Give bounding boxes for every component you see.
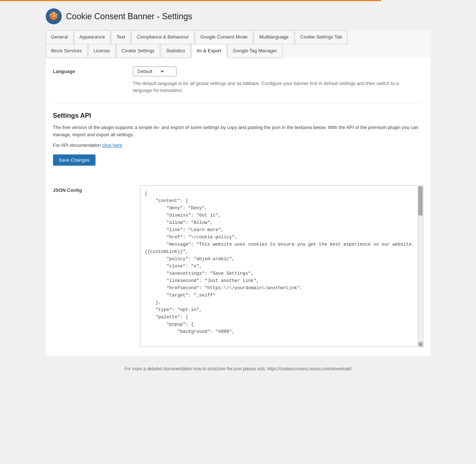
- settings-api-description: The free version of the plugin supports …: [53, 124, 423, 139]
- api-doc-link[interactable]: click here: [102, 142, 122, 148]
- json-config-label: JSON Config: [53, 185, 133, 193]
- tab-multilanguage[interactable]: Multilanguage: [254, 30, 294, 44]
- tab-text[interactable]: Text: [111, 30, 131, 44]
- language-label: Language: [53, 66, 133, 74]
- language-section: Language DefaultEnglishGermanFrenchSpani…: [53, 66, 423, 103]
- api-doc-line: For API documentation click here: [53, 142, 423, 148]
- tab-license[interactable]: License: [88, 44, 115, 58]
- tab-block-services[interactable]: Block Services: [46, 44, 88, 58]
- json-textarea-wrapper: ⟱: [140, 185, 423, 347]
- resize-handle[interactable]: ⟱: [418, 342, 423, 347]
- language-select-wrapper[interactable]: DefaultEnglishGermanFrenchSpanish: [133, 66, 176, 76]
- tabs-row1: GeneralAppearanceTextCompliance & Behavi…: [46, 30, 431, 44]
- language-content: DefaultEnglishGermanFrenchSpanish The de…: [133, 66, 423, 94]
- language-select[interactable]: DefaultEnglishGermanFrenchSpanish: [136, 68, 165, 74]
- tab-compliance[interactable]: Compliance & Behaviour: [131, 30, 194, 44]
- json-config-textarea[interactable]: [141, 186, 423, 346]
- page-title: Cookie Consent Banner - Settings: [66, 12, 192, 21]
- tabs-row2: Block ServicesLicenseCookie SettingsStat…: [46, 44, 431, 58]
- footer-note: For more a detailed documentation how to…: [46, 362, 431, 371]
- cookie-icon: 🍪: [46, 8, 62, 24]
- tab-google-consent[interactable]: Google Consent Mode: [195, 30, 253, 44]
- tab-general[interactable]: General: [46, 30, 73, 44]
- tab-cookie-settings[interactable]: Cookie Settings: [116, 44, 160, 58]
- language-description: The default language is for all global s…: [133, 80, 416, 94]
- tab-cookie-settings-tab[interactable]: Cookie Settings Tab: [295, 30, 347, 44]
- page-header: 🍪 Cookie Consent Banner - Settings: [46, 8, 431, 24]
- content-area: Language DefaultEnglishGermanFrenchSpani…: [46, 58, 431, 356]
- settings-api-title: Settings API: [53, 112, 423, 120]
- settings-api-section: Settings API The free version of the plu…: [53, 112, 423, 177]
- scrollbar-track[interactable]: [418, 186, 423, 347]
- tab-im-export[interactable]: Im & Export: [191, 44, 227, 58]
- save-changes-button[interactable]: Save Changes: [53, 154, 95, 166]
- tab-statistics[interactable]: Statistics: [161, 44, 191, 58]
- tab-google-tag-manager[interactable]: Google Tag Manager: [228, 44, 282, 58]
- tab-appearance[interactable]: Appearance: [74, 30, 110, 44]
- scrollbar-thumb: [418, 186, 423, 215]
- json-config-section: JSON Config ⟱: [53, 185, 423, 347]
